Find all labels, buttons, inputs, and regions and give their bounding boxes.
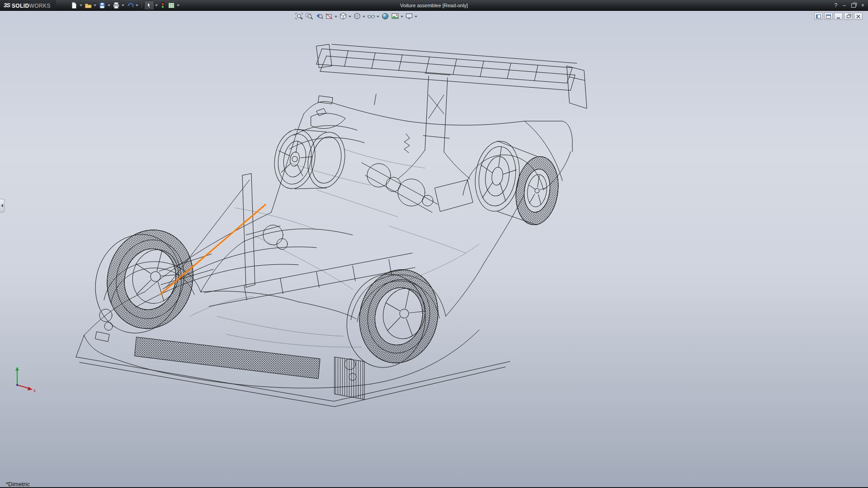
section-view-button[interactable] xyxy=(325,12,334,21)
doc-close-button[interactable] xyxy=(854,13,863,20)
open-button[interactable] xyxy=(84,1,93,10)
document-window-controls xyxy=(814,13,863,20)
titlebar: 3S SOLIDWORKS xyxy=(0,0,868,11)
orientation-triad: x xyxy=(7,365,39,394)
edit-appearance-sphere-icon xyxy=(381,12,389,20)
logo-text-solid: SOLID xyxy=(12,3,29,9)
apply-scene-icon xyxy=(391,12,399,20)
design-table-button[interactable] xyxy=(167,1,176,10)
rear-right-tire xyxy=(512,154,562,227)
undo-dropdown-caret[interactable] xyxy=(136,5,138,8)
section-view-dropdown-caret[interactable] xyxy=(335,16,337,19)
display-style-icon xyxy=(353,12,361,20)
rebuild-traffic-light-icon xyxy=(160,2,165,9)
wireframe-body xyxy=(76,44,587,407)
zoom-to-fit-button[interactable] xyxy=(295,12,304,21)
save-dropdown-caret[interactable] xyxy=(108,5,110,8)
task-pane-left-icon xyxy=(816,14,821,19)
zoom-to-area-icon xyxy=(305,12,313,20)
toolbar-separator xyxy=(142,2,142,9)
doc-minimize-icon xyxy=(837,18,840,19)
task-pane-right-icon xyxy=(826,14,831,19)
triad-x-label: x xyxy=(33,388,36,393)
print-dropdown-caret[interactable] xyxy=(122,5,124,8)
select-cursor-icon xyxy=(146,2,153,9)
view-orientation-dropdown-caret[interactable] xyxy=(349,16,351,19)
logo-text-works: WORKS xyxy=(29,3,51,9)
print-button[interactable] xyxy=(112,1,121,10)
undo-button[interactable] xyxy=(126,1,135,10)
rear-right-inner-wheel xyxy=(471,138,524,214)
new-document-button[interactable] xyxy=(70,1,79,10)
restore-button[interactable] xyxy=(851,4,856,8)
window-controls: ? – × xyxy=(835,0,864,11)
select-dropdown-caret[interactable] xyxy=(155,5,158,8)
help-button[interactable]: ? xyxy=(835,3,838,8)
chevron-left-icon xyxy=(0,204,3,207)
new-dropdown-caret[interactable] xyxy=(80,5,82,8)
hide-show-items-glasses-icon xyxy=(367,12,375,20)
save-button[interactable] xyxy=(98,1,107,10)
minimize-button[interactable]: – xyxy=(843,3,846,8)
doc-close-icon xyxy=(856,14,860,19)
rebuild-button[interactable] xyxy=(159,1,166,10)
zoom-to-fit-icon xyxy=(295,12,303,20)
hide-show-items-button[interactable] xyxy=(367,12,376,21)
view-orientation-label: *Dimetric xyxy=(6,481,30,488)
open-dropdown-caret[interactable] xyxy=(94,5,96,8)
rear-left-tire xyxy=(351,262,446,370)
feature-manager-collapse-tab[interactable] xyxy=(0,199,5,212)
apply-scene-button[interactable] xyxy=(391,12,400,21)
design-table-icon xyxy=(168,2,175,9)
task-pane-left-button[interactable] xyxy=(814,13,823,20)
zoom-to-area-button[interactable] xyxy=(305,12,314,21)
view-orientation-button[interactable] xyxy=(339,12,348,21)
open-icon xyxy=(85,2,92,9)
view-settings-monitor-icon xyxy=(405,12,413,20)
display-style-button[interactable] xyxy=(353,12,362,21)
section-view-icon xyxy=(325,12,333,20)
doc-restore-button[interactable] xyxy=(844,13,853,20)
edit-appearance-button[interactable] xyxy=(381,12,390,21)
doc-minimize-button[interactable] xyxy=(834,13,843,20)
undo-icon xyxy=(127,2,134,9)
hide-show-dropdown-caret[interactable] xyxy=(377,16,379,19)
select-tool-button[interactable] xyxy=(144,1,154,10)
print-icon xyxy=(113,2,120,9)
quick-access-toolbar xyxy=(70,1,180,10)
new-document-icon xyxy=(71,2,78,9)
previous-view-icon xyxy=(315,12,323,20)
close-button[interactable]: × xyxy=(861,3,864,8)
view-settings-button[interactable] xyxy=(405,12,414,21)
doc-restore-icon xyxy=(847,15,850,18)
graphics-area[interactable]: x *Dimetric xyxy=(0,11,868,488)
view-settings-dropdown-caret[interactable] xyxy=(415,16,417,19)
window-title: Voiture assemblee [Read-only] xyxy=(400,3,468,8)
dassault-logo-icon: 3S xyxy=(4,2,10,9)
front-left-tire xyxy=(97,221,203,338)
save-icon xyxy=(99,2,106,9)
design-table-dropdown-caret[interactable] xyxy=(177,5,179,8)
view-orientation-cube-icon xyxy=(339,12,347,20)
task-pane-right-button[interactable] xyxy=(824,13,833,20)
apply-scene-dropdown-caret[interactable] xyxy=(401,16,403,19)
display-style-dropdown-caret[interactable] xyxy=(363,16,365,19)
car-wireframe-drawing[interactable] xyxy=(0,11,868,488)
solidworks-logo: 3S SOLIDWORKS xyxy=(0,0,56,10)
heads-up-view-toolbar xyxy=(295,12,418,21)
previous-view-button[interactable] xyxy=(315,12,324,21)
